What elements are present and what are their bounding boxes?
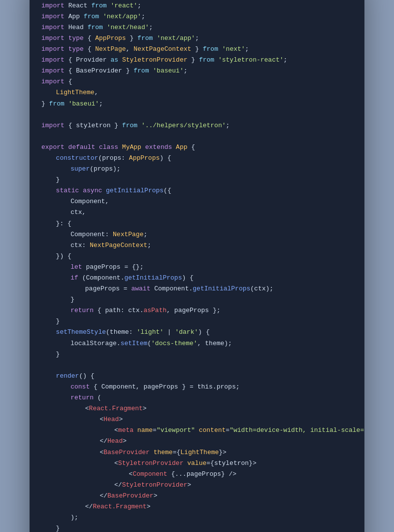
- code-line: export default class MyApp extends App {: [41, 142, 353, 153]
- code-line: import { BaseProvider } from 'baseui';: [41, 66, 353, 76]
- code-line: }: [41, 294, 353, 305]
- code-line: <React.Fragment>: [41, 403, 353, 414]
- code-line: }) {: [41, 251, 353, 262]
- code-line: } from 'baseui';: [41, 99, 353, 109]
- code-line: }: [41, 316, 353, 327]
- code-line: Component: NextPage;: [41, 229, 353, 240]
- code-line: LightTheme,: [41, 87, 353, 98]
- code-line: <BaseProvider theme={LightTheme}>: [41, 447, 353, 458]
- code-line: let pageProps = {};: [41, 262, 353, 273]
- code-line: import {: [41, 76, 353, 87]
- code-line: }: [41, 349, 353, 360]
- code-line: const { Component, pageProps } = this.pr…: [41, 382, 353, 392]
- code-editor: import React from 'react'; import App fr…: [30, 0, 364, 532]
- code-line: constructor(props: AppProps) {: [41, 153, 353, 164]
- code-line: localStorage.setItem('docs-theme', theme…: [41, 338, 353, 349]
- code-line: ctx,: [41, 207, 353, 218]
- code-line: if (Component.getInitialProps) {: [41, 273, 353, 284]
- code-line: </StyletronProvider>: [41, 480, 353, 491]
- code-line: import { styletron } from '../helpers/st…: [41, 120, 353, 131]
- code-line: }: {: [41, 218, 353, 229]
- code-line: return (: [41, 392, 353, 403]
- code-line: super(props);: [41, 164, 353, 175]
- code-line: static async getInitialProps({: [41, 185, 353, 196]
- code-line: setThemeStyle(theme: 'light' | 'dark') {: [41, 327, 353, 338]
- code-line: <StyletronProvider value={styletron}>: [41, 458, 353, 469]
- code-line: }: [41, 523, 353, 532]
- code-line: import type { NextPage, NextPageContext …: [41, 44, 353, 55]
- code-line: Component,: [41, 196, 353, 207]
- code-line: import React from 'react';: [41, 0, 353, 11]
- code-line: }: [41, 175, 353, 185]
- code-line: </React.Fragment>: [41, 501, 353, 512]
- code-line: import App from 'next/app';: [41, 11, 353, 22]
- code-line: </BaseProvider>: [41, 491, 353, 501]
- code-line: <Component {...pageProps} />: [41, 469, 353, 480]
- code-window: import React from 'react'; import App fr…: [30, 0, 364, 532]
- code-line: <meta name="viewport" content="width=dev…: [41, 425, 353, 436]
- code-line: </Head>: [41, 436, 353, 447]
- code-line: import type { AppProps } from 'next/app'…: [41, 33, 353, 44]
- code-line: import { Provider as StyletronProvider }…: [41, 55, 353, 66]
- code-line: <Head>: [41, 414, 353, 425]
- code-line: );: [41, 512, 353, 523]
- code-line: pageProps = await Component.getInitialPr…: [41, 284, 353, 294]
- code-line: return { path: ctx.asPath, pageProps };: [41, 305, 353, 316]
- code-line: import Head from 'next/head';: [41, 22, 353, 33]
- code-line: ctx: NextPageContext;: [41, 240, 353, 251]
- code-line: render() {: [41, 371, 353, 382]
